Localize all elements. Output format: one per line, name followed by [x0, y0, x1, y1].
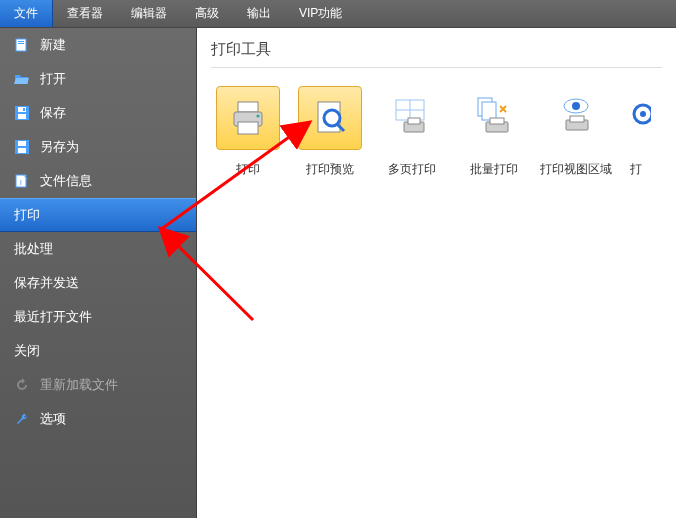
svg-rect-16 [318, 102, 340, 132]
svg-point-15 [256, 114, 259, 117]
print-tools-row: 打印 打印预览 多页打印 [211, 86, 662, 176]
sidebar-item-label: 重新加载文件 [40, 376, 118, 394]
svg-point-29 [572, 102, 580, 110]
reload-icon [14, 377, 30, 393]
tool-tile [621, 86, 651, 150]
tool-label: 批量打印 [470, 162, 518, 176]
svg-rect-0 [16, 39, 26, 51]
tool-label: 多页打印 [388, 162, 436, 176]
menu-tab-output[interactable]: 输出 [233, 0, 285, 27]
menu-bar: 文件 查看器 编辑器 高级 输出 VIP功能 [0, 0, 676, 28]
print-view-area-icon [554, 96, 598, 140]
svg-rect-6 [23, 108, 25, 111]
tool-multipage-print[interactable]: 多页打印 [375, 86, 449, 176]
save-as-icon [14, 139, 30, 155]
svg-rect-8 [18, 141, 26, 146]
section-title: 打印工具 [211, 40, 662, 68]
print-tools-panel: 打印工具 打印 打印预览 [197, 28, 676, 518]
svg-rect-14 [238, 122, 258, 134]
tool-tile [298, 86, 362, 150]
multipage-icon [390, 96, 434, 140]
save-icon [14, 105, 30, 121]
sidebar-item-label: 批处理 [14, 240, 53, 258]
sidebar-item-batch[interactable]: 批处理 [0, 232, 196, 266]
svg-rect-31 [570, 116, 584, 122]
sidebar-item-recent[interactable]: 最近打开文件 [0, 300, 196, 334]
svg-point-33 [640, 111, 646, 117]
menu-label: 高级 [195, 5, 219, 22]
sidebar-item-options[interactable]: 选项 [0, 402, 196, 436]
batch-print-icon [472, 96, 516, 140]
sidebar-item-label: 保存 [40, 104, 66, 122]
sidebar-item-print[interactable]: 打印 [0, 198, 196, 232]
sidebar-item-save-send[interactable]: 保存并发送 [0, 266, 196, 300]
tool-partial[interactable]: 打 [621, 86, 651, 176]
sidebar-item-label: 新建 [40, 36, 66, 54]
menu-label: VIP功能 [299, 5, 342, 22]
wrench-icon [14, 411, 30, 427]
menu-tab-advanced[interactable]: 高级 [181, 0, 233, 27]
tool-tile [380, 86, 444, 150]
menu-tab-viewer[interactable]: 查看器 [53, 0, 117, 27]
sidebar-item-label: 另存为 [40, 138, 79, 156]
menu-label: 查看器 [67, 5, 103, 22]
tool-tile [544, 86, 608, 150]
tool-label: 打印视图区域 [540, 162, 612, 176]
sidebar-item-reload: 重新加载文件 [0, 368, 196, 402]
tool-print-preview[interactable]: 打印预览 [293, 86, 367, 176]
menu-label: 文件 [14, 5, 38, 22]
svg-rect-25 [482, 102, 496, 120]
svg-rect-23 [408, 118, 420, 124]
menu-tab-editor[interactable]: 编辑器 [117, 0, 181, 27]
tool-tile [462, 86, 526, 150]
menu-label: 输出 [247, 5, 271, 22]
tool-label: 打 [630, 162, 642, 176]
sidebar-item-new[interactable]: 新建 [0, 28, 196, 62]
sidebar-item-label: 打开 [40, 70, 66, 88]
file-menu-sidebar: 新建 打开 保存 另存为 i 文件信息 打印 批处理 保存并发送 最近打开文件 [0, 28, 197, 518]
file-info-icon: i [14, 173, 30, 189]
sidebar-item-file-info[interactable]: i 文件信息 [0, 164, 196, 198]
svg-text:i: i [20, 178, 22, 187]
tool-batch-print[interactable]: 批量打印 [457, 86, 531, 176]
svg-rect-1 [18, 41, 24, 42]
file-new-icon [14, 37, 30, 53]
menu-label: 编辑器 [131, 5, 167, 22]
printer-icon [228, 98, 268, 138]
sidebar-item-label: 保存并发送 [14, 274, 79, 292]
sidebar-item-save-as[interactable]: 另存为 [0, 130, 196, 164]
sidebar-item-label: 打印 [14, 206, 40, 224]
menu-tab-file[interactable]: 文件 [0, 0, 53, 27]
sidebar-item-label: 文件信息 [40, 172, 92, 190]
menu-tab-vip[interactable]: VIP功能 [285, 0, 356, 27]
svg-rect-12 [238, 102, 258, 112]
svg-rect-27 [490, 118, 504, 124]
sidebar-item-label: 最近打开文件 [14, 308, 92, 326]
sidebar-item-label: 选项 [40, 410, 66, 428]
tool-tile [216, 86, 280, 150]
print-preview-icon [310, 98, 350, 138]
tool-print[interactable]: 打印 [211, 86, 285, 176]
tool-print-view-area[interactable]: 打印视图区域 [539, 86, 613, 176]
svg-rect-2 [18, 43, 24, 44]
folder-open-icon [14, 71, 30, 87]
tool-label: 打印预览 [306, 162, 354, 176]
sidebar-item-label: 关闭 [14, 342, 40, 360]
svg-rect-9 [18, 148, 26, 153]
sidebar-item-open[interactable]: 打开 [0, 62, 196, 96]
svg-rect-5 [18, 114, 26, 119]
sidebar-item-close[interactable]: 关闭 [0, 334, 196, 368]
tool-label: 打印 [236, 162, 260, 176]
sidebar-item-save[interactable]: 保存 [0, 96, 196, 130]
gear-icon [621, 96, 651, 140]
